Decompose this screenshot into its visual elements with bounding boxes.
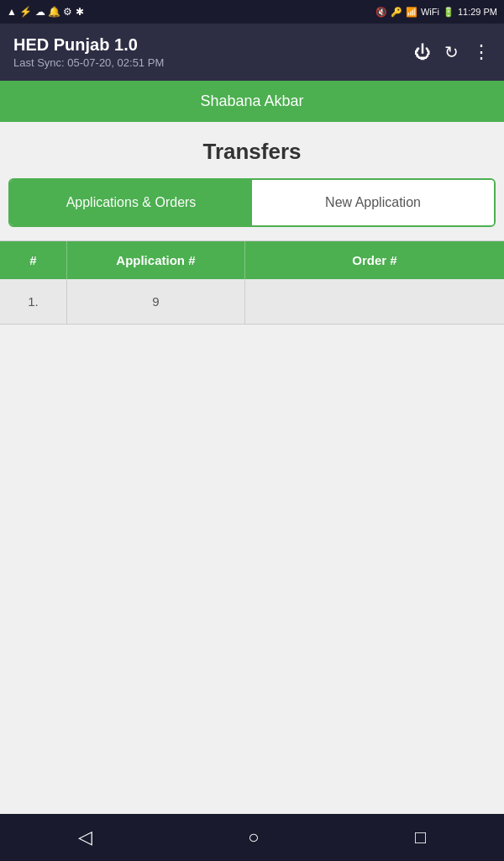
- tab-container: Applications & Orders New Application: [8, 178, 496, 227]
- app-title: HED Punjab 1.0: [13, 35, 414, 55]
- power-icon[interactable]: ⏻: [414, 43, 431, 62]
- mute-icon: 🔇: [375, 7, 387, 18]
- cell-app-num: 9: [67, 279, 245, 324]
- recent-button[interactable]: □: [398, 820, 443, 855]
- tab-new-application[interactable]: New Application: [252, 180, 494, 225]
- last-sync: Last Sync: 05-07-20, 02:51 PM: [13, 56, 414, 69]
- back-button[interactable]: ◁: [61, 820, 109, 855]
- sync-icon[interactable]: ↻: [444, 42, 459, 62]
- bottom-nav: ◁ ○ □: [0, 814, 504, 861]
- cell-row-num: 1.: [0, 279, 67, 324]
- data-table: # Application # Order # 1. 9: [0, 240, 504, 325]
- app-header: HED Punjab 1.0 Last Sync: 05-07-20, 02:5…: [0, 24, 504, 81]
- status-bar: ▲ ⚡ ☁ 🔔 ⚙ ✱ 🔇 🔑 📶 WiFi 🔋 11:29 PM: [0, 0, 504, 24]
- user-name: Shabana Akbar: [200, 92, 303, 109]
- header-order: Order #: [245, 241, 504, 279]
- header-title-section: HED Punjab 1.0 Last Sync: 05-07-20, 02:5…: [13, 35, 414, 69]
- vpn-icon: 🔑: [391, 7, 402, 18]
- status-bar-right: 🔇 🔑 📶 WiFi 🔋 11:29 PM: [375, 7, 497, 18]
- menu-icon[interactable]: ⋮: [472, 41, 491, 63]
- cell-order-num: [245, 279, 504, 324]
- home-button[interactable]: ○: [231, 820, 276, 855]
- header-num: #: [0, 241, 67, 279]
- status-icons: ▲ ⚡ ☁ 🔔 ⚙ ✱: [7, 6, 84, 18]
- tab-applications-orders[interactable]: Applications & Orders: [10, 180, 252, 225]
- status-bar-left: ▲ ⚡ ☁ 🔔 ⚙ ✱: [7, 6, 84, 18]
- battery-icon: 🔋: [443, 7, 454, 18]
- header-icons: ⏻ ↻ ⋮: [414, 41, 491, 63]
- user-banner: Shabana Akbar: [0, 81, 504, 122]
- header-application: Application #: [67, 241, 245, 279]
- wifi-icon: WiFi: [421, 7, 439, 17]
- table-header: # Application # Order #: [0, 241, 504, 279]
- page-title: Transfers: [0, 122, 504, 178]
- table-row[interactable]: 1. 9: [0, 279, 504, 325]
- time-display: 11:29 PM: [458, 7, 497, 17]
- signal-icon: 📶: [406, 7, 417, 18]
- main-content: Transfers Applications & Orders New Appl…: [0, 122, 504, 814]
